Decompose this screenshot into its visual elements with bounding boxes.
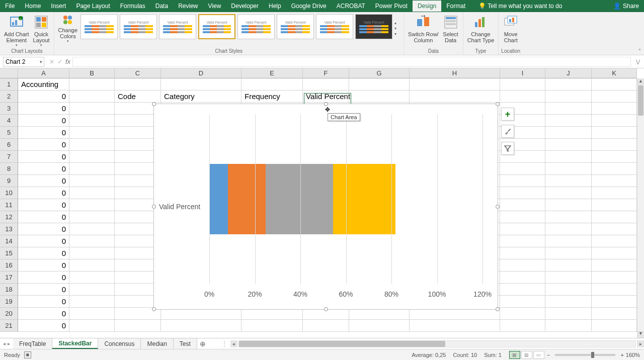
ribbon-tab-insert[interactable]: Insert: [46, 1, 71, 12]
bar-segment-3[interactable]: [266, 164, 333, 234]
cell-I10[interactable]: [500, 187, 545, 199]
resize-handle[interactable]: [496, 102, 500, 106]
collapse-ribbon-button[interactable]: ˄: [638, 48, 641, 54]
cell-A1[interactable]: Accounting: [18, 78, 69, 90]
cell-A5[interactable]: 0: [18, 127, 69, 139]
cell-J21[interactable]: [545, 320, 592, 332]
chart-category-label[interactable]: Valid Percent: [159, 203, 200, 211]
cell-B4[interactable]: [69, 115, 115, 127]
cell-B11[interactable]: [69, 199, 115, 211]
column-header-C[interactable]: C: [115, 68, 161, 78]
page-break-view-button[interactable]: ▭: [533, 351, 544, 359]
scroll-right-button[interactable]: ▸: [637, 340, 644, 347]
cell-A7[interactable]: 0: [18, 151, 69, 163]
ribbon-tab-home[interactable]: Home: [20, 1, 46, 12]
cell-K17[interactable]: [592, 272, 637, 284]
cell-K12[interactable]: [592, 211, 637, 223]
cell-D21[interactable]: [161, 320, 242, 332]
cell-B19[interactable]: [69, 296, 115, 308]
cell-K15[interactable]: [592, 247, 637, 259]
cell-K11[interactable]: [592, 199, 637, 211]
zoom-thumb[interactable]: [591, 352, 594, 358]
cell-I1[interactable]: [500, 78, 545, 90]
column-header-J[interactable]: J: [545, 68, 592, 78]
cell-I9[interactable]: [500, 175, 545, 187]
cell-C21[interactable]: [115, 320, 161, 332]
cell-E1[interactable]: [242, 78, 303, 90]
cell-I21[interactable]: [500, 320, 545, 332]
resize-handle[interactable]: [152, 102, 156, 106]
cell-A16[interactable]: 0: [18, 259, 69, 272]
new-sheet-button[interactable]: ⊕: [197, 338, 208, 349]
cell-K9[interactable]: [592, 175, 637, 187]
cell-C1[interactable]: [115, 78, 161, 90]
column-header-F[interactable]: F: [303, 68, 349, 78]
cell-A10[interactable]: 0: [18, 187, 69, 199]
cell-G2[interactable]: [349, 90, 410, 103]
insert-function-icon[interactable]: fx: [65, 58, 72, 65]
scroll-left-button[interactable]: ◂: [230, 340, 237, 347]
formula-input[interactable]: [72, 57, 631, 67]
cell-C2[interactable]: Code: [115, 90, 161, 103]
row-header-10[interactable]: 10: [0, 187, 18, 199]
cell-D2[interactable]: Category: [161, 90, 242, 103]
cell-K3[interactable]: [592, 103, 637, 115]
cell-K10[interactable]: [592, 187, 637, 199]
resize-handle[interactable]: [324, 307, 328, 311]
cell-B13[interactable]: [69, 223, 115, 235]
quick-layout-button[interactable]: Quick Layout ▾: [31, 13, 52, 48]
macro-record-icon[interactable]: ▣: [24, 351, 31, 358]
vscroll-thumb[interactable]: [638, 85, 643, 116]
bar-segment-1[interactable]: [209, 164, 228, 234]
cell-H2[interactable]: [410, 90, 500, 103]
row-header-12[interactable]: 12: [0, 211, 18, 223]
row-header-1[interactable]: 1: [0, 78, 18, 90]
cell-J6[interactable]: [545, 139, 592, 151]
cell-J3[interactable]: [545, 103, 592, 115]
cell-A18[interactable]: 0: [18, 284, 69, 296]
row-header-5[interactable]: 5: [0, 127, 18, 139]
cell-J9[interactable]: [545, 175, 592, 187]
cell-B5[interactable]: [69, 127, 115, 139]
cell-J18[interactable]: [545, 284, 592, 296]
page-layout-view-button[interactable]: ▤: [521, 351, 532, 359]
add-chart-element-button[interactable]: + Add Chart Element ▾: [2, 13, 31, 48]
cell-J10[interactable]: [545, 187, 592, 199]
cell-H21[interactable]: [410, 320, 500, 332]
row-header-16[interactable]: 16: [0, 259, 18, 272]
ribbon-tab-acrobat[interactable]: ACROBAT: [332, 1, 370, 12]
row-header-15[interactable]: 15: [0, 247, 18, 259]
cell-A9[interactable]: 0: [18, 175, 69, 187]
cell-K18[interactable]: [592, 284, 637, 296]
cell-B17[interactable]: [69, 272, 115, 284]
row-header-2[interactable]: 2: [0, 90, 18, 103]
ribbon-tab-format[interactable]: Format: [441, 1, 470, 12]
cell-I15[interactable]: [500, 247, 545, 259]
vertical-scrollbar[interactable]: ▲ ▼: [637, 78, 644, 338]
sheet-tab-median[interactable]: Median: [141, 338, 173, 349]
bar-segment-4[interactable]: [333, 164, 395, 234]
cell-B10[interactable]: [69, 187, 115, 199]
move-chart-button[interactable]: Move Chart: [501, 13, 521, 44]
cell-A20[interactable]: 0: [18, 308, 69, 320]
chart-style-thumb-3[interactable]: Valid Percent: [159, 14, 196, 39]
cell-B12[interactable]: [69, 211, 115, 223]
change-chart-type-button[interactable]: Change Chart Type: [465, 13, 497, 44]
chart-style-thumb-5[interactable]: Valid Percent: [237, 14, 275, 39]
cell-A19[interactable]: 0: [18, 296, 69, 308]
hscroll-thumb[interactable]: [239, 341, 445, 347]
resize-handle[interactable]: [324, 102, 328, 106]
spreadsheet-grid[interactable]: ABCDEFGHIJK 1Accounting20CodeCategoryFre…: [0, 68, 644, 338]
zoom-level[interactable]: 160%: [626, 352, 640, 358]
cell-A8[interactable]: 0: [18, 163, 69, 175]
row-header-20[interactable]: 20: [0, 308, 18, 320]
cell-K13[interactable]: [592, 223, 637, 235]
cell-B6[interactable]: [69, 139, 115, 151]
resize-handle[interactable]: [152, 205, 156, 209]
cell-B7[interactable]: [69, 151, 115, 163]
cell-I17[interactable]: [500, 272, 545, 284]
cell-I19[interactable]: [500, 296, 545, 308]
cell-J2[interactable]: [545, 90, 592, 103]
row-header-8[interactable]: 8: [0, 163, 18, 175]
column-header-K[interactable]: K: [592, 68, 637, 78]
